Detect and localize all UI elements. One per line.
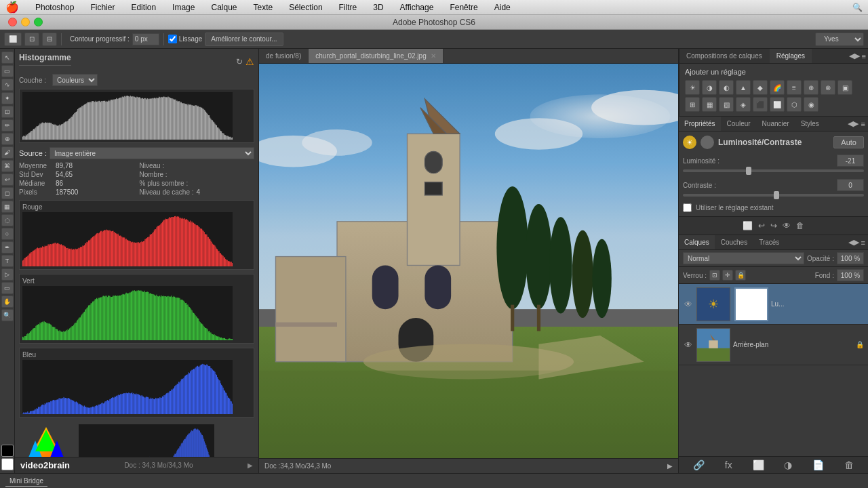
layer-item-1[interactable]: 👁 Arrière-plan 🔒 — [679, 325, 868, 365]
clip-to-layer-btn[interactable]: ⬜ — [743, 221, 753, 230]
reglage-colorlookup-icon[interactable]: ⊞ — [685, 97, 700, 112]
menu-selection[interactable]: Sélection — [286, 1, 325, 14]
tab-close-church[interactable]: ✕ — [431, 52, 436, 60]
menu-calque[interactable]: Calque — [208, 1, 239, 14]
reglage-selective-icon[interactable]: ⬜ — [770, 97, 785, 112]
visibility-btn[interactable]: 👁 — [783, 221, 791, 230]
opacity-input[interactable] — [837, 252, 864, 264]
reglages-menu[interactable]: ≡ — [862, 52, 866, 60]
reglage-gradient-icon[interactable]: ⬛ — [753, 97, 768, 112]
reglage-channelmix-icon[interactable]: ▣ — [837, 80, 852, 95]
selection-tool-btn3[interactable]: ⊟ — [42, 33, 57, 46]
reglage-bw-icon[interactable]: ⊕ — [804, 80, 818, 95]
reglage-solidcolor-icon[interactable]: ⬡ — [787, 97, 802, 112]
selection-tool-btn2[interactable]: ⊡ — [24, 33, 39, 46]
reglage-hsl-icon[interactable]: 🌈 — [770, 80, 785, 95]
contraste-input[interactable] — [837, 179, 864, 191]
reglage-posterize-icon[interactable]: ▧ — [719, 97, 734, 112]
tab-proprietes[interactable]: Propriétés — [679, 117, 722, 131]
luminosite-slider-thumb[interactable] — [746, 167, 751, 175]
auto-button[interactable]: Auto — [833, 136, 864, 148]
heal-tool[interactable]: ⊕ — [1, 133, 14, 145]
maximize-button[interactable] — [34, 18, 43, 26]
search-icon[interactable]: 🔍 — [852, 3, 863, 12]
crop-tool[interactable]: ⊡ — [1, 106, 14, 118]
hand-tool[interactable]: ✋ — [1, 296, 14, 308]
layer-item-0[interactable]: 👁 ☀ Lu... — [679, 284, 868, 325]
eyedropper-tool[interactable]: ✏ — [1, 119, 14, 131]
menu-fichier[interactable]: Fichier — [87, 1, 117, 14]
canvas-tab-church[interactable]: church_portal_disturbing_line_02.jpg ✕ — [309, 49, 443, 63]
lock-position-btn[interactable]: ✛ — [722, 270, 733, 281]
panel-menu-icon[interactable]: ≡ — [861, 120, 865, 128]
mini-bridge-tab[interactable]: Mini Bridge — [5, 476, 47, 487]
calques-arrows-icon[interactable]: ◀▶ — [848, 238, 859, 247]
tab-compositions[interactable]: Compositions de calques — [679, 49, 770, 63]
history-brush[interactable]: ↩ — [1, 174, 14, 186]
quick-select-tool[interactable]: ✦ — [1, 92, 14, 104]
contour-input[interactable] — [132, 33, 159, 45]
lock-all-btn[interactable]: 🔒 — [735, 270, 746, 281]
pen-tool[interactable]: ✒ — [1, 241, 14, 253]
prev-state-btn[interactable]: ↩ — [758, 221, 765, 230]
tab-couleur[interactable]: Couleur — [722, 117, 757, 131]
luminosite-input[interactable] — [837, 155, 864, 167]
menu-image[interactable]: Image — [170, 1, 197, 14]
clone-tool[interactable]: ⌘ — [1, 160, 14, 172]
refresh-button[interactable]: ↻ — [236, 57, 243, 66]
next-state-btn[interactable]: ↪ — [770, 221, 777, 230]
tab-nuancier[interactable]: Nuancier — [757, 117, 795, 131]
foreground-color[interactable] — [1, 445, 14, 457]
menu-affichage[interactable]: Affichage — [397, 1, 437, 14]
fond-input[interactable] — [837, 269, 864, 281]
menu-fenetre[interactable]: Fenêtre — [447, 1, 480, 14]
reglage-photof-icon[interactable]: ⊗ — [821, 80, 835, 95]
user-dropdown[interactable]: Yves — [815, 33, 864, 46]
ameliorer-button[interactable]: Améliorer le contour... — [205, 33, 283, 46]
reglage-levels-icon[interactable]: ◑ — [702, 80, 717, 95]
tab-calques[interactable]: Calques — [679, 235, 715, 249]
minimize-button[interactable] — [21, 18, 30, 26]
reglage-vibrance-icon[interactable]: ◆ — [753, 80, 768, 95]
calques-menu-icon[interactable]: ≡ — [861, 239, 865, 247]
selection-rect-tool[interactable]: ▭ — [1, 65, 14, 77]
layer-visibility-1[interactable]: 👁 — [683, 340, 694, 350]
menu-aide[interactable]: Aide — [492, 1, 513, 14]
canvas-expand-btn[interactable]: ▶ — [667, 462, 673, 470]
dodge-tool[interactable]: ○ — [1, 228, 14, 240]
eraser-tool[interactable]: ◻ — [1, 187, 14, 199]
layer-mode-select[interactable]: Normal — [683, 252, 804, 264]
layer-visibility-0[interactable]: 👁 — [683, 300, 694, 309]
panel-arrows-icon[interactable]: ◀▶ — [848, 119, 859, 128]
reglage-invert-icon[interactable]: ▦ — [702, 97, 717, 112]
reglage-colorbalance-icon[interactable]: ≡ — [787, 80, 802, 95]
menu-texte[interactable]: Texte — [251, 1, 276, 14]
add-style-btn[interactable]: fx — [725, 460, 732, 470]
canvas-tab-fusion[interactable]: de fusion/8) — [259, 49, 309, 63]
expand-btn[interactable]: ▶ — [248, 462, 253, 469]
shape-tool[interactable]: ▭ — [1, 282, 14, 294]
new-layer-btn[interactable]: 📄 — [812, 460, 824, 470]
text-tool[interactable]: T — [1, 255, 14, 267]
close-button[interactable] — [8, 18, 17, 26]
gradient-tool[interactable]: ▦ — [1, 201, 14, 213]
source-select[interactable]: Image entière — [50, 147, 254, 159]
blur-tool[interactable]: ◌ — [1, 214, 14, 226]
zoom-tool[interactable]: 🔍 — [1, 309, 14, 321]
tab-traces[interactable]: Tracés — [753, 235, 785, 249]
move-tool[interactable]: ↖ — [1, 52, 14, 64]
use-existing-checkbox[interactable] — [683, 203, 692, 212]
add-mask-btn[interactable]: ⬜ — [753, 460, 764, 470]
delete-layer-btn[interactable]: 🗑 — [844, 460, 854, 470]
canvas-content[interactable] — [259, 64, 678, 458]
link-layers-btn[interactable]: 🔗 — [693, 460, 705, 470]
path-select-tool[interactable]: ▷ — [1, 268, 14, 281]
reglage-pattern-icon[interactable]: ◉ — [804, 97, 818, 112]
menu-filtre[interactable]: Filtre — [336, 1, 360, 14]
tab-styles[interactable]: Styles — [795, 117, 825, 131]
menu-photoshop[interactable]: Photoshop — [33, 1, 77, 14]
reglages-arrows[interactable]: ◀▶ — [849, 52, 860, 60]
tab-couches[interactable]: Couches — [715, 235, 753, 249]
reglage-exposure-icon[interactable]: ▲ — [736, 80, 751, 95]
reglage-curves-icon[interactable]: ◐ — [719, 80, 734, 95]
